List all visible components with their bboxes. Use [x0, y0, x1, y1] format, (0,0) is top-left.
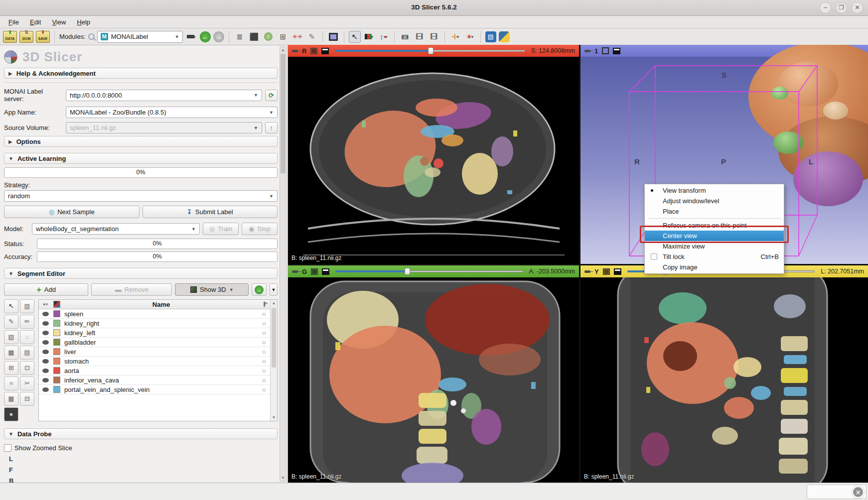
green-sphere-icon[interactable]: [263, 31, 275, 43]
load-data-button[interactable]: ⬆DATA: [3, 31, 17, 43]
load-dicom-button[interactable]: ⇅DCM: [19, 31, 33, 43]
remove-segment-button[interactable]: ▬ Remove: [91, 283, 172, 296]
effect-erase-button[interactable]: ▧: [4, 330, 18, 344]
extensions-manager-button[interactable]: ▤: [485, 31, 496, 42]
menu-item-adjust-window-level[interactable]: Adjust window/level: [645, 196, 784, 206]
view-menu-icon[interactable]: [613, 48, 620, 54]
slice-orientation-icon[interactable]: [311, 268, 318, 275]
menu-item-center-view[interactable]: Center view: [645, 231, 784, 241]
module-search-icon[interactable]: [88, 33, 95, 40]
minimize-button[interactable]: –: [820, 2, 831, 13]
scene-view-save-icon[interactable]: 🎞︎: [414, 31, 426, 43]
add-segment-button[interactable]: + Add: [4, 283, 88, 296]
segment-status-circle[interactable]: ○: [258, 348, 270, 356]
apply-next-button[interactable]: →: [252, 283, 267, 296]
python-console-button[interactable]: [499, 31, 510, 42]
center-3d-icon[interactable]: [602, 47, 609, 54]
volume-grid-icon[interactable]: ⊞: [277, 31, 289, 43]
green-view-image[interactable]: B: spleen_11.nii.gz: [288, 277, 579, 483]
segment-name[interactable]: kidney_right: [62, 320, 258, 327]
app-name-combobox[interactable]: MONAILabel - Zoo/Bundle (0.8.5) ▼: [66, 107, 278, 118]
pin-icon[interactable]: [584, 50, 590, 52]
help-acknowledgement-section[interactable]: ▶ Help & Acknowledgement: [4, 68, 278, 79]
window-level-flag-button[interactable]: ▾: [363, 31, 375, 43]
place-point-button[interactable]: ↕●▾: [378, 31, 390, 43]
restore-button[interactable]: ❐: [836, 2, 847, 13]
crosshair-button[interactable]: ✛▾: [449, 31, 461, 43]
module-history-button[interactable]: ▾: [185, 31, 197, 43]
menu-item-copy-image[interactable]: Copy image: [645, 262, 784, 272]
close-button[interactable]: ✕: [852, 2, 863, 13]
yellow-view-image[interactable]: B: spleen_11.nii.gz: [580, 277, 868, 483]
effect-threshold-button[interactable]: ▥: [20, 299, 34, 313]
markups-pen-icon[interactable]: ✎: [306, 31, 318, 43]
refresh-server-button[interactable]: ⟳: [265, 90, 278, 101]
segment-name[interactable]: gallbladder: [62, 339, 258, 346]
slice-orientation-icon[interactable]: [310, 48, 317, 54]
effect-mask-volume-button[interactable]: ●: [4, 407, 18, 421]
active-learning-section[interactable]: ▼ Active Learning: [4, 153, 278, 164]
save-button[interactable]: ⬇SAVE: [36, 31, 50, 43]
red-slice-view[interactable]: R S: 124.8008mm: [288, 45, 579, 264]
effect-paint-button[interactable]: ✎: [4, 315, 18, 329]
segment-status-circle[interactable]: ○: [258, 376, 270, 384]
show-module-panel-icon[interactable]: ≣: [234, 31, 246, 43]
slice-orientation-icon[interactable]: [603, 268, 610, 275]
effect-scissors-button[interactable]: ✂: [20, 376, 34, 390]
view-menu-icon[interactable]: [614, 268, 621, 275]
name-column-header[interactable]: Name: [62, 301, 258, 308]
segment-status-circle[interactable]: ○: [258, 320, 270, 327]
panel-scrollbar[interactable]: ▲ ▼: [280, 46, 287, 482]
menu-item-place[interactable]: Place: [645, 206, 784, 217]
stop-button[interactable]: ◉ Stop: [242, 223, 278, 235]
green-slice-view[interactable]: G A: -203.5000mm: [288, 265, 579, 483]
show-zoomed-slice-checkbox[interactable]: [4, 444, 11, 452]
apply-next-dropdown[interactable]: ▼: [270, 283, 278, 296]
menu-view[interactable]: View: [47, 17, 70, 27]
strategy-combobox[interactable]: random ▼: [4, 190, 278, 202]
status-column-header[interactable]: [258, 301, 270, 308]
transforms-icon[interactable]: ✳✳: [291, 31, 303, 43]
server-combobox[interactable]: http://0.0.0.0:8000 ▼: [66, 90, 262, 101]
load-scene-cube-icon[interactable]: ⬛: [248, 31, 260, 43]
pin-icon[interactable]: [292, 270, 298, 273]
segment-name[interactable]: aorta: [62, 367, 258, 375]
segment-name[interactable]: kidney_left: [62, 329, 258, 337]
options-section[interactable]: ▶ Options: [4, 136, 278, 147]
view-menu-icon[interactable]: [321, 48, 329, 54]
menu-item-tilt-lock[interactable]: Tilt lock Ctrl+B: [645, 251, 784, 262]
menu-edit[interactable]: Edit: [25, 17, 45, 27]
red-slice-slider[interactable]: [335, 47, 525, 54]
segment-name[interactable]: portal_vein_and_splenic_vein: [62, 386, 258, 393]
menu-item-maximize-view[interactable]: Maximize view: [645, 241, 784, 251]
segment-name[interactable]: inferior_vena_cava: [62, 376, 258, 384]
effect-margin-button[interactable]: ⊞: [4, 361, 18, 375]
visibility-column-header[interactable]: ●▾: [39, 302, 52, 307]
effect-draw-button[interactable]: ✏: [20, 315, 34, 329]
effect-none-cursor-button[interactable]: ↖: [4, 299, 18, 313]
segment-status-circle[interactable]: ○: [258, 386, 270, 393]
scene-view-restore-icon[interactable]: 🎞︎: [428, 31, 440, 43]
segment-status-circle[interactable]: ○: [258, 310, 270, 318]
mouse-interaction-cursor-button[interactable]: ↖: [349, 31, 361, 43]
next-sample-button[interactable]: ◎ Next Sample: [4, 206, 140, 218]
effect-level-tracing-button[interactable]: ◌: [20, 330, 34, 344]
train-button[interactable]: ◎ Train: [203, 223, 239, 235]
color-column-header[interactable]: [52, 301, 62, 308]
view-menu-icon[interactable]: [322, 268, 329, 275]
segment-status-circle[interactable]: ○: [258, 339, 270, 346]
menu-file[interactable]: File: [4, 17, 23, 27]
pin-icon[interactable]: [292, 50, 298, 52]
layout-selector-button[interactable]: [327, 31, 339, 43]
effect-grow-from-seeds-button[interactable]: ▩: [4, 346, 18, 360]
slice-intersections-button[interactable]: ✶▾: [464, 31, 476, 43]
module-forward-button[interactable]: →: [213, 31, 224, 42]
yellow-slice-view[interactable]: Y L: 202.7051mm: [580, 265, 868, 483]
segment-editor-section[interactable]: ▼ Segment Editor: [4, 268, 278, 279]
segment-table-scrollbar[interactable]: ▲ ▼: [270, 300, 277, 421]
segment-status-circle[interactable]: ○: [258, 367, 270, 375]
submit-label-button[interactable]: ↧ Submit Label: [143, 206, 278, 218]
screenshot-icon[interactable]: 📷︎: [399, 31, 411, 43]
model-combobox[interactable]: wholeBody_ct_segmentation ▼: [32, 223, 200, 235]
pin-icon[interactable]: [584, 270, 590, 273]
